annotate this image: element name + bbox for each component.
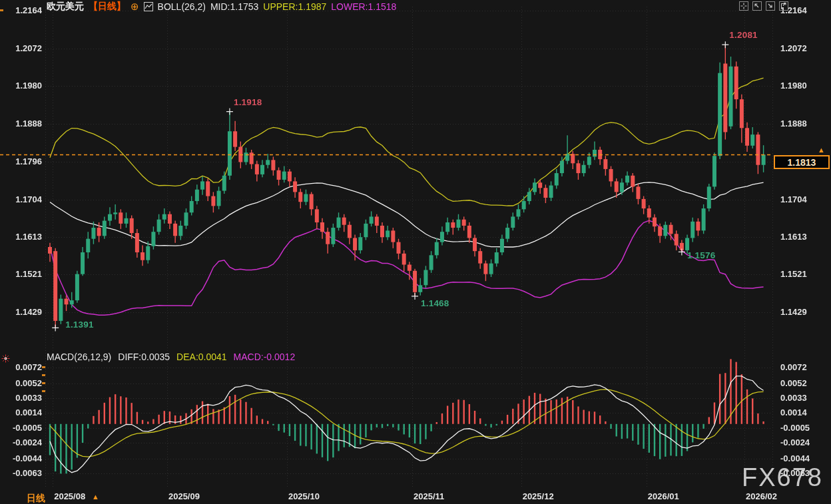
macd-header: MACD(26,12,9) DIFF:0.0035 DEA:0.0041 MAC… bbox=[47, 352, 295, 362]
price-axis-label-right: 1.2072 bbox=[780, 43, 807, 54]
boll-label: BOLL(26,2) bbox=[158, 1, 206, 12]
boll-mid-value: MID:1.1753 bbox=[210, 1, 258, 12]
price-axis-label-left: 1.1888 bbox=[0, 119, 42, 129]
x-axis-month-label: 2025/08 bbox=[54, 491, 85, 501]
x-axis-month-label: 2025/11 bbox=[414, 491, 444, 501]
last-price-badge: 1.1813 bbox=[774, 155, 830, 169]
macd-diff-value: DIFF:0.0035 bbox=[118, 352, 170, 362]
price-axis-label-right: 1.1429 bbox=[780, 307, 807, 318]
crosshair-icon[interactable] bbox=[739, 1, 748, 11]
macd-axis-label-left: 0.0033 bbox=[0, 393, 42, 403]
macd-name: MACD(26,12,9) bbox=[47, 352, 111, 362]
macd-axis-label-left: 0.0052 bbox=[0, 378, 42, 389]
price-axis-label-right: 1.1704 bbox=[780, 194, 807, 205]
price-axis-label-right: 1.1521 bbox=[780, 269, 807, 280]
chart-type-icon[interactable] bbox=[144, 2, 153, 11]
edge-tick bbox=[42, 374, 45, 376]
macd-axis-label-right: 0.0052 bbox=[780, 378, 807, 389]
price-axis-label-left: 1.1613 bbox=[0, 232, 42, 242]
x-axis-month-label: 2025/12 bbox=[523, 491, 554, 501]
swing-low-annotation: 1.1576 bbox=[687, 250, 716, 260]
x-axis-month-label: 2025/10 bbox=[288, 491, 320, 501]
macd-axis-label-right: -0.0063 bbox=[780, 468, 810, 479]
macd-axis-label-left: -0.0024 bbox=[0, 437, 42, 448]
boll-upper-value: UPPER:1.1987 bbox=[263, 1, 326, 12]
x-axis-month-label: 2026/02 bbox=[746, 491, 777, 501]
target-marker-icon bbox=[1, 354, 10, 366]
swing-high-annotation: 1.2081 bbox=[729, 30, 758, 40]
last-price-value: 1.1813 bbox=[788, 157, 816, 168]
macd-axis-label-right: -0.0005 bbox=[780, 423, 810, 433]
pane-popout-icon[interactable] bbox=[779, 1, 788, 11]
macd-macd-value: MACD:-0.0012 bbox=[234, 352, 296, 362]
macd-dea-value: DEA:0.0041 bbox=[176, 352, 227, 362]
x-axis-month-label: 2025/09 bbox=[168, 491, 200, 501]
timeframe-up-arrow-icon[interactable]: ▲ bbox=[92, 493, 99, 501]
price-axis-label-left: 1.2072 bbox=[0, 43, 42, 54]
macd-axis-label-right: 0.0072 bbox=[780, 362, 807, 373]
pane-toolbar bbox=[739, 1, 788, 11]
price-up-arrow-icon: ▲ bbox=[818, 146, 825, 154]
price-axis-label-right: 1.1980 bbox=[780, 81, 807, 91]
price-axis-label-left: 1.1980 bbox=[0, 81, 42, 91]
swing-high-annotation: 1.1918 bbox=[234, 97, 262, 107]
price-axis-label-right: 1.1613 bbox=[780, 232, 807, 242]
price-axis-label-left: 1.1521 bbox=[0, 269, 42, 280]
x-axis-month-label: 2026/01 bbox=[648, 491, 679, 501]
add-indicator-icon[interactable]: ⊕ bbox=[131, 1, 139, 13]
macd-axis-label-left: -0.0005 bbox=[0, 423, 42, 433]
price-axis-label-left: 1.1704 bbox=[0, 194, 42, 205]
price-axis-label-left: 1.1429 bbox=[0, 307, 42, 318]
period-tag[interactable]: 【日线】 bbox=[89, 1, 126, 13]
main-chart-header: 欧元美元 【日线】 ⊕ BOLL(26,2) MID:1.1753 UPPER:… bbox=[47, 1, 396, 13]
macd-axis-label-left: -0.0063 bbox=[0, 468, 42, 479]
edge-tick bbox=[42, 382, 45, 384]
symbol-name: 欧元美元 bbox=[47, 1, 84, 13]
macd-axis-label-left: -0.0044 bbox=[0, 453, 42, 464]
macd-axis-label-right: 0.0014 bbox=[780, 407, 807, 418]
edge-tick bbox=[0, 9, 3, 11]
chart-page: 欧元美元 【日线】 ⊕ BOLL(26,2) MID:1.1753 UPPER:… bbox=[0, 0, 831, 504]
edge-tick bbox=[42, 366, 45, 368]
swing-low-annotation: 1.1468 bbox=[421, 298, 449, 308]
macd-axis-label-left: 0.0014 bbox=[0, 407, 42, 418]
macd-axis-label-right: -0.0024 bbox=[780, 437, 810, 448]
price-axis-label-left: 1.1796 bbox=[0, 156, 42, 167]
boll-lower-value: LOWER:1.1518 bbox=[331, 1, 396, 12]
swing-low-annotation: 1.1391 bbox=[65, 320, 94, 330]
pane-expand-down-icon[interactable] bbox=[766, 1, 775, 11]
edge-tick bbox=[42, 390, 45, 392]
price-axis-label-right: 1.1888 bbox=[780, 119, 807, 129]
timeframe-badge[interactable]: 日线 bbox=[27, 493, 45, 504]
pane-expand-up-icon[interactable] bbox=[752, 1, 762, 11]
price-axis-label-left: 1.2164 bbox=[0, 5, 42, 16]
macd-axis-label-right: -0.0044 bbox=[780, 453, 810, 464]
macd-axis-label-right: 0.0033 bbox=[780, 393, 807, 403]
